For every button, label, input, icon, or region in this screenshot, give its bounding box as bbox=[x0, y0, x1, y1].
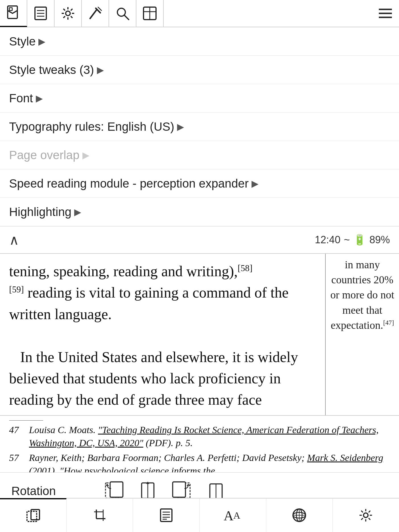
bottom-toolbar: A A bbox=[0, 498, 399, 532]
resize-bottom-icon[interactable] bbox=[0, 498, 66, 532]
svg-rect-1 bbox=[9, 8, 12, 11]
font-label: Font bbox=[9, 92, 33, 105]
font-size-bottom-icon[interactable]: A A bbox=[200, 498, 266, 532]
menu-item-speed-reading[interactable]: Speed reading module - perception expand… bbox=[0, 169, 399, 198]
crop-bottom-icon[interactable] bbox=[66, 498, 133, 532]
battery-percent: 89% bbox=[369, 234, 390, 246]
side-margin-note: in many countries 20% or more do not mee… bbox=[325, 254, 399, 415]
battery-icon: 🔋 bbox=[353, 234, 366, 246]
tilde: ~ bbox=[344, 234, 350, 246]
book-content: tening, speaking, reading and writing),[… bbox=[0, 254, 399, 416]
rotation-label: Rotation bbox=[11, 484, 85, 498]
page-overlap-label: Page overlap bbox=[9, 148, 80, 162]
footnote-47-link[interactable]: "Teaching Reading Is Rocket Science, Ame… bbox=[29, 425, 379, 448]
svg-line-7 bbox=[90, 9, 97, 18]
footnotes-section: 47 Louisa C. Moats. "Teaching Reading Is… bbox=[0, 416, 399, 473]
footnote-57: 57 Rayner, Keith; Barbara Foorman; Charl… bbox=[9, 451, 390, 473]
footnote-47: 47 Louisa C. Moats. "Teaching Reading Is… bbox=[9, 423, 390, 450]
list-tab[interactable] bbox=[27, 0, 55, 27]
svg-line-9 bbox=[98, 7, 101, 11]
layout-tab[interactable] bbox=[136, 0, 164, 27]
clock: 12:40 bbox=[315, 234, 340, 246]
settings-bottom-icon[interactable] bbox=[333, 498, 399, 532]
svg-rect-19 bbox=[110, 482, 123, 497]
tools-tab[interactable] bbox=[82, 0, 109, 27]
bookmark-tab[interactable] bbox=[0, 0, 27, 27]
style-tweaks-label: Style tweaks (3) bbox=[9, 63, 94, 77]
svg-rect-27 bbox=[31, 510, 40, 520]
menu-item-style[interactable]: Style ▶ bbox=[0, 27, 399, 56]
svg-rect-23 bbox=[173, 482, 186, 497]
toc-bottom-icon[interactable] bbox=[133, 498, 200, 532]
style-tweaks-arrow: ▶ bbox=[97, 65, 104, 75]
highlighting-arrow: ▶ bbox=[74, 207, 81, 217]
hamburger-menu[interactable] bbox=[372, 0, 399, 27]
collapse-button[interactable]: ∧ bbox=[9, 232, 19, 248]
svg-point-6 bbox=[66, 11, 70, 16]
page-overlap-arrow: ▶ bbox=[82, 150, 90, 161]
menu-item-font[interactable]: Font ▶ bbox=[0, 84, 399, 113]
status-bar: ∧ 12:40 ~ 🔋 89% bbox=[0, 226, 399, 254]
style-arrow: ▶ bbox=[38, 36, 45, 47]
speed-reading-label: Speed reading module - perception expand… bbox=[9, 177, 249, 190]
ref-59: [59] bbox=[9, 284, 24, 294]
ref-58: [58] bbox=[238, 263, 252, 273]
gear-tab[interactable] bbox=[55, 0, 82, 27]
typography-arrow: ▶ bbox=[177, 121, 184, 132]
search-tab[interactable] bbox=[109, 0, 136, 27]
settings-menu: Style ▶ Style tweaks (3) ▶ Font ▶ Typogr… bbox=[0, 27, 399, 226]
menu-item-highlighting[interactable]: Highlighting ▶ bbox=[0, 198, 399, 226]
top-toolbar bbox=[0, 0, 399, 27]
svg-line-11 bbox=[124, 15, 129, 20]
status-info: 12:40 ~ 🔋 89% bbox=[315, 234, 390, 246]
svg-text:A: A bbox=[233, 510, 240, 521]
svg-point-44 bbox=[363, 513, 368, 518]
font-arrow: ▶ bbox=[36, 93, 43, 104]
highlighting-label: Highlighting bbox=[9, 205, 71, 219]
svg-text:A: A bbox=[224, 508, 234, 523]
filter-bottom-icon[interactable] bbox=[266, 498, 333, 532]
speed-reading-arrow: ▶ bbox=[252, 178, 259, 189]
ref-47: [47] bbox=[383, 319, 394, 326]
typography-label: Typography rules: English (US) bbox=[9, 120, 174, 134]
menu-item-typography[interactable]: Typography rules: English (US) ▶ bbox=[0, 113, 399, 141]
style-label: Style bbox=[9, 35, 36, 48]
menu-item-page-overlap[interactable]: Page overlap ▶ bbox=[0, 141, 399, 169]
main-reading-text: tening, speaking, reading and writing),[… bbox=[0, 254, 325, 415]
menu-item-style-tweaks[interactable]: Style tweaks (3) ▶ bbox=[0, 56, 399, 84]
